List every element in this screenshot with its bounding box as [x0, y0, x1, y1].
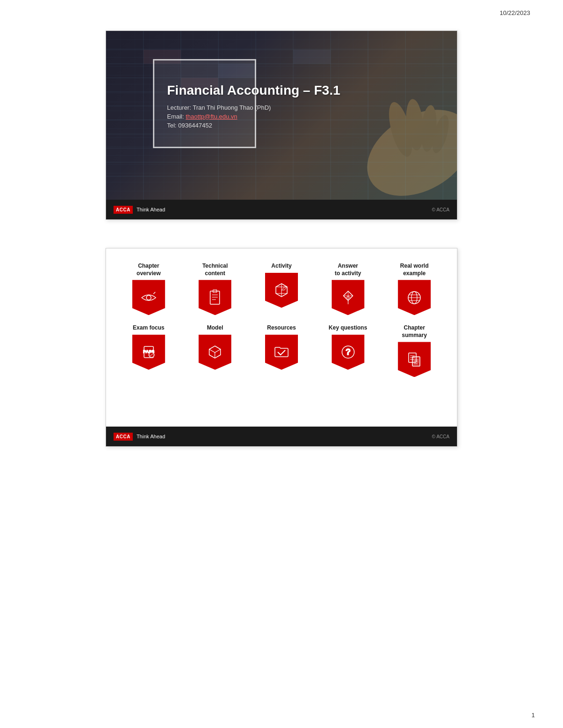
icon-item-chapter-summary: Chaptersummary: [386, 324, 442, 377]
icons-grid: Chapteroverview Technicalcontent: [115, 263, 448, 377]
slide2-copyright: © ACCA: [432, 434, 449, 439]
icon-item-chapter-overview: Chapteroverview: [121, 263, 177, 315]
svg-point-28: [146, 295, 151, 300]
page-number: 1: [532, 712, 535, 719]
acca-logo-1: ACCA Think Ahead: [114, 206, 165, 214]
icon-label-real-world: Real worldexample: [400, 263, 429, 277]
icon-banner-model: [198, 335, 231, 370]
slide1-background: Financial Accounting – F3.1 Lecturer: Tr…: [106, 31, 457, 200]
icon-item-model: Model: [187, 324, 243, 370]
icon-banner-chapter-overview: [132, 280, 165, 315]
svg-rect-27: [293, 50, 331, 64]
eye-icon: [140, 289, 157, 306]
icon-label-technical-content: Technicalcontent: [202, 263, 228, 277]
icon-label-chapter-summary: Chaptersummary: [402, 324, 426, 339]
summary-icon: [406, 351, 423, 368]
acca-logo-2: ACCA Think Ahead: [114, 433, 165, 441]
icon-banner-real-world: [398, 280, 431, 315]
acca-badge-2: ACCA: [114, 433, 133, 441]
icon-item-exam-focus: Exam focus PASS: [121, 324, 177, 370]
slide2-content: Chapteroverview Technicalcontent: [106, 248, 457, 427]
slide1-tel: Tel: 0936447452: [167, 122, 340, 129]
diamond-icon: [340, 289, 357, 306]
icon-label-key-questions: Key questions: [329, 324, 367, 332]
icon-item-resources: Resources: [253, 324, 310, 370]
icon-banner-key-questions: ?: [332, 335, 365, 370]
slide1-tagline: Think Ahead: [137, 207, 165, 212]
slide-1: Financial Accounting – F3.1 Lecturer: Tr…: [106, 30, 457, 220]
icon-label-activity: Activity: [271, 263, 291, 270]
folder-icon: [273, 344, 290, 360]
slide1-email-row: Email: thaottp@ftu.edu.vn: [167, 113, 340, 120]
svg-rect-29: [210, 291, 220, 304]
pass-icon: PASS: [140, 344, 157, 360]
icon-item-key-questions: Key questions ?: [320, 324, 376, 370]
acca-badge-1: ACCA: [114, 206, 133, 214]
icon-label-exam-focus: Exam focus: [133, 324, 164, 332]
slide1-email-label: Email:: [167, 113, 186, 120]
icons-row-1: Chapteroverview Technicalcontent: [115, 263, 448, 315]
svg-text:?: ?: [345, 347, 350, 357]
slide1-copyright: © ACCA: [432, 207, 449, 212]
icon-banner-technical-content: [198, 280, 231, 315]
slide1-footer: ACCA Think Ahead © ACCA: [106, 200, 457, 219]
icon-item-real-world: Real worldexample: [386, 263, 442, 315]
icon-item-activity: Activity: [253, 263, 310, 308]
slide1-lecturer: Lecturer: Tran Thi Phuong Thao (PhD): [167, 104, 340, 111]
document-icon: [206, 289, 223, 306]
page-date: 10/22/2023: [28, 9, 535, 16]
icon-banner-resources: [265, 335, 298, 370]
slide1-text-block: Financial Accounting – F3.1 Lecturer: Tr…: [167, 83, 340, 129]
icon-label-resources: Resources: [267, 324, 296, 332]
box-icon: [206, 344, 223, 360]
slide-2: Chapteroverview Technicalcontent: [106, 248, 457, 447]
cube-icon: [273, 282, 290, 299]
globe-icon: [406, 289, 423, 306]
icon-item-answer-activity: Answerto activity: [320, 263, 376, 315]
icon-label-answer-activity: Answerto activity: [335, 263, 361, 277]
svg-rect-59: [412, 357, 420, 366]
question-icon: ?: [340, 344, 357, 360]
slide2-footer: ACCA Think Ahead © ACCA: [106, 427, 457, 446]
slide2-tagline: Think Ahead: [137, 434, 165, 439]
icon-label-model: Model: [207, 324, 223, 332]
svg-marker-38: [282, 287, 287, 290]
slide1-title: Financial Accounting – F3.1: [167, 83, 340, 98]
icon-banner-answer-activity: [332, 280, 365, 315]
icon-banner-exam-focus: PASS: [132, 335, 165, 370]
icon-banner-activity: [265, 273, 298, 308]
icons-row-2: Exam focus PASS Model: [115, 324, 448, 377]
icon-label-chapter-overview: Chapteroverview: [137, 263, 160, 277]
icon-banner-chapter-summary: [398, 342, 431, 377]
slide1-email-link[interactable]: thaottp@ftu.edu.vn: [186, 113, 237, 120]
icon-item-technical-content: Technicalcontent: [187, 263, 243, 315]
